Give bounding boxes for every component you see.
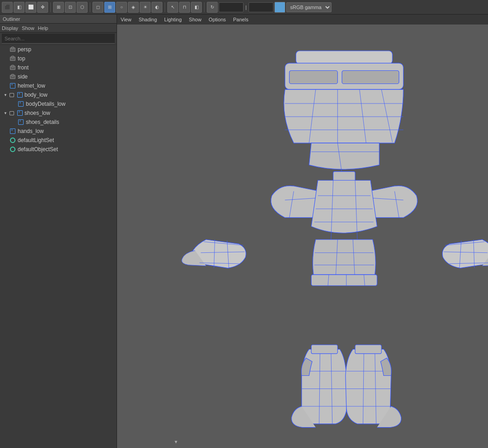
sep3 [165,2,165,12]
toolbar-btn-tex[interactable]: ◈ [128,2,139,13]
tree-item-lightset[interactable]: defaultLightSet [0,136,117,145]
toolbar-btn-2[interactable]: ◧ [14,2,24,13]
toolbar-btn-cube[interactable]: ◻ [93,2,103,13]
svg-rect-28 [311,275,377,286]
outliner-title-bar: Outliner [0,15,117,24]
objset-icon [9,146,16,153]
vp-menu-shading[interactable]: Shading [137,17,159,22]
toolbar-value2-input[interactable]: 1.00 [249,2,273,12]
mesh-icon-hands [9,128,16,134]
svg-rect-1 [296,51,392,64]
vp-menu-lighting[interactable]: Lighting [162,17,184,22]
outliner-menubar: Display Show Help [0,24,117,33]
label-shoes-low: shoes_low [24,110,50,116]
toolbar-btn-lasso[interactable]: ⊓ [179,2,190,13]
toolbar-btn-select[interactable]: ↖ [167,2,178,13]
color-space-select[interactable]: sRGB gamma [286,2,332,12]
vp-menu-panels[interactable]: Panels [231,17,250,22]
toolbar-btn-grid[interactable]: ⊞ [53,2,64,13]
label-objset: defaultObjectSet [18,146,58,153]
toolbar-btn-shadow[interactable]: ◐ [151,2,162,13]
model-svg [117,25,488,448]
outliner-menu-show[interactable]: Show [22,25,34,31]
toolbar-btn-wire[interactable]: ⊞ [104,2,115,13]
sep4 [204,2,205,12]
toolbar-color-swatch[interactable] [274,2,285,13]
outliner-tree-list: persp top [0,45,117,448]
label-side: side [18,74,28,80]
label-top: top [18,55,25,62]
toolbar-value1-input[interactable]: 0.00 [219,2,244,12]
tree-item-top[interactable]: top [0,54,117,63]
toolbar-btn-smooth[interactable]: ○ [116,2,127,13]
mesh-icon-bodydetails [17,101,24,107]
expand-body[interactable]: ▼ [3,93,8,97]
tree-item-hands-low[interactable]: hands_low [0,127,117,136]
label-front: front [18,64,29,71]
mesh-icon-body [16,92,24,98]
mesh-icon-helmet [9,83,16,89]
toolbar-btn-light[interactable]: ☀ [140,2,151,13]
label-shoes-details: shoes_details [26,119,59,125]
toolbar-btn-1[interactable]: ⬛ [2,2,13,13]
camera-icon-persp [9,46,16,53]
outliner-scroll-arrow[interactable]: ▼ [174,439,178,444]
outliner-menu-display[interactable]: Display [2,25,18,31]
main-toolbar: ⬛ ◧ ⬜ ✥ ⊞ ⊡ ⬡ ◻ ⊞ ○ ◈ ☀ ◐ ↖ ⊓ ◧ ↻ 0.00 |… [0,0,488,15]
group-icon-body [8,92,15,98]
label-hands-low: hands_low [18,128,44,134]
model-viewport[interactable] [117,25,488,448]
toolbar-btn-6[interactable]: ⬡ [77,2,88,13]
outliner-menu-help[interactable]: Help [38,25,49,31]
camera-icon-side [9,74,16,80]
tree-item-shoes-low[interactable]: ▼ shoes_low [0,108,117,118]
toolbar-separator-label: | [244,5,248,10]
camera-icon-front [9,64,16,71]
tree-item-body-details[interactable]: bodyDetails_low [0,99,117,108]
tree-item-objset[interactable]: defaultObjectSet [0,145,117,154]
vp-menu-view[interactable]: View [119,17,133,22]
sep2 [90,2,90,12]
sep1 [50,2,51,12]
label-body-low: body_low [24,92,48,98]
outliner-panel: Outliner Display Show Help [0,15,117,448]
group-icon-shoes [8,110,15,116]
svg-rect-3 [289,71,337,84]
toolbar-btn-rotate[interactable]: ↻ [207,2,218,13]
outliner-search-wrap [0,33,117,45]
outliner-search-input[interactable] [2,34,115,44]
svg-rect-47 [311,345,337,354]
tree-item-helmet-low[interactable]: helmet_low [0,81,117,90]
vp-menu-show[interactable]: Show [187,17,204,22]
tree-item-body-low[interactable]: ▼ body_low [0,90,117,99]
outliner-title-label: Outliner [3,16,20,22]
vp-menu-options[interactable]: Options [207,17,228,22]
toolbar-btn-3[interactable]: ⬜ [25,2,36,13]
expand-shoes[interactable]: ▼ [3,111,8,115]
toolbar-btn-4[interactable]: ✥ [37,2,48,13]
viewport-menu: View Shading Lighting Show Options Panel… [117,15,488,25]
label-lightset: defaultLightSet [18,137,54,143]
tree-item-side[interactable]: side [0,72,117,81]
toolbar-btn-paint[interactable]: ◧ [191,2,202,13]
mesh-icon-shoes [16,110,24,116]
tree-item-persp[interactable]: persp [0,45,117,54]
label-body-details: bodyDetails_low [26,101,65,107]
tree-item-shoes-details[interactable]: shoes_details [0,118,117,127]
svg-rect-53 [355,345,381,354]
lightset-icon [9,137,16,143]
label-persp: persp [18,46,31,53]
camera-icon-top [9,55,16,62]
label-helmet-low: helmet_low [18,83,45,89]
svg-rect-4 [342,71,399,84]
tree-item-front[interactable]: front [0,63,117,72]
mesh-icon-shoesdetails [17,119,24,125]
viewport-panel[interactable]: View Shading Lighting Show Options Panel… [117,15,488,448]
toolbar-btn-5[interactable]: ⊡ [65,2,76,13]
